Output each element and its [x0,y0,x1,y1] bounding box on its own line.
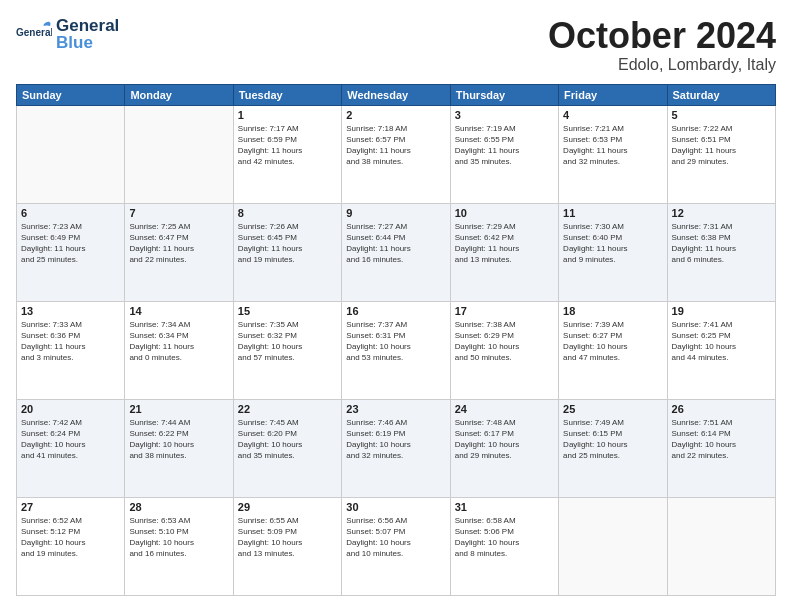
calendar-cell: 7Sunrise: 7:25 AM Sunset: 6:47 PM Daylig… [125,203,233,301]
calendar-cell: 10Sunrise: 7:29 AM Sunset: 6:42 PM Dayli… [450,203,558,301]
day-info: Sunrise: 7:23 AM Sunset: 6:49 PM Dayligh… [21,221,120,266]
calendar-cell: 12Sunrise: 7:31 AM Sunset: 6:38 PM Dayli… [667,203,775,301]
day-info: Sunrise: 7:27 AM Sunset: 6:44 PM Dayligh… [346,221,445,266]
day-info: Sunrise: 7:41 AM Sunset: 6:25 PM Dayligh… [672,319,771,364]
calendar-cell [559,497,667,595]
day-info: Sunrise: 7:49 AM Sunset: 6:15 PM Dayligh… [563,417,662,462]
calendar-cell: 6Sunrise: 7:23 AM Sunset: 6:49 PM Daylig… [17,203,125,301]
col-monday: Monday [125,84,233,105]
logo-line1: General [56,17,119,34]
logo-icon: General [16,16,52,52]
calendar-week-row: 1Sunrise: 7:17 AM Sunset: 6:59 PM Daylig… [17,105,776,203]
col-saturday: Saturday [667,84,775,105]
calendar-cell: 22Sunrise: 7:45 AM Sunset: 6:20 PM Dayli… [233,399,341,497]
day-number: 3 [455,109,554,121]
header: General General Blue October 2024 Edolo,… [16,16,776,74]
calendar-cell: 1Sunrise: 7:17 AM Sunset: 6:59 PM Daylig… [233,105,341,203]
day-number: 14 [129,305,228,317]
calendar: Sunday Monday Tuesday Wednesday Thursday… [16,84,776,596]
day-info: Sunrise: 7:35 AM Sunset: 6:32 PM Dayligh… [238,319,337,364]
day-info: Sunrise: 6:56 AM Sunset: 5:07 PM Dayligh… [346,515,445,560]
location-title: Edolo, Lombardy, Italy [548,56,776,74]
day-number: 21 [129,403,228,415]
day-info: Sunrise: 7:19 AM Sunset: 6:55 PM Dayligh… [455,123,554,168]
day-info: Sunrise: 7:38 AM Sunset: 6:29 PM Dayligh… [455,319,554,364]
day-number: 26 [672,403,771,415]
calendar-cell: 26Sunrise: 7:51 AM Sunset: 6:14 PM Dayli… [667,399,775,497]
day-info: Sunrise: 7:33 AM Sunset: 6:36 PM Dayligh… [21,319,120,364]
day-number: 15 [238,305,337,317]
day-info: Sunrise: 7:18 AM Sunset: 6:57 PM Dayligh… [346,123,445,168]
calendar-cell: 24Sunrise: 7:48 AM Sunset: 6:17 PM Dayli… [450,399,558,497]
calendar-cell: 9Sunrise: 7:27 AM Sunset: 6:44 PM Daylig… [342,203,450,301]
calendar-cell [125,105,233,203]
svg-text:General: General [16,27,52,38]
day-info: Sunrise: 7:37 AM Sunset: 6:31 PM Dayligh… [346,319,445,364]
calendar-cell: 13Sunrise: 7:33 AM Sunset: 6:36 PM Dayli… [17,301,125,399]
day-number: 22 [238,403,337,415]
calendar-cell: 18Sunrise: 7:39 AM Sunset: 6:27 PM Dayli… [559,301,667,399]
calendar-cell [17,105,125,203]
col-tuesday: Tuesday [233,84,341,105]
day-info: Sunrise: 7:30 AM Sunset: 6:40 PM Dayligh… [563,221,662,266]
day-number: 12 [672,207,771,219]
day-info: Sunrise: 7:34 AM Sunset: 6:34 PM Dayligh… [129,319,228,364]
calendar-cell [667,497,775,595]
calendar-cell: 15Sunrise: 7:35 AM Sunset: 6:32 PM Dayli… [233,301,341,399]
day-number: 11 [563,207,662,219]
calendar-cell: 30Sunrise: 6:56 AM Sunset: 5:07 PM Dayli… [342,497,450,595]
month-title: October 2024 [548,16,776,56]
calendar-cell: 2Sunrise: 7:18 AM Sunset: 6:57 PM Daylig… [342,105,450,203]
calendar-cell: 19Sunrise: 7:41 AM Sunset: 6:25 PM Dayli… [667,301,775,399]
calendar-cell: 4Sunrise: 7:21 AM Sunset: 6:53 PM Daylig… [559,105,667,203]
day-info: Sunrise: 7:51 AM Sunset: 6:14 PM Dayligh… [672,417,771,462]
calendar-cell: 28Sunrise: 6:53 AM Sunset: 5:10 PM Dayli… [125,497,233,595]
day-info: Sunrise: 7:17 AM Sunset: 6:59 PM Dayligh… [238,123,337,168]
calendar-cell: 25Sunrise: 7:49 AM Sunset: 6:15 PM Dayli… [559,399,667,497]
day-info: Sunrise: 7:48 AM Sunset: 6:17 PM Dayligh… [455,417,554,462]
calendar-cell: 11Sunrise: 7:30 AM Sunset: 6:40 PM Dayli… [559,203,667,301]
calendar-header-row: Sunday Monday Tuesday Wednesday Thursday… [17,84,776,105]
day-number: 31 [455,501,554,513]
logo: General General Blue [16,16,119,52]
page: General General Blue October 2024 Edolo,… [0,0,792,612]
calendar-cell: 29Sunrise: 6:55 AM Sunset: 5:09 PM Dayli… [233,497,341,595]
title-block: October 2024 Edolo, Lombardy, Italy [548,16,776,74]
day-info: Sunrise: 6:52 AM Sunset: 5:12 PM Dayligh… [21,515,120,560]
calendar-cell: 31Sunrise: 6:58 AM Sunset: 5:06 PM Dayli… [450,497,558,595]
day-info: Sunrise: 7:46 AM Sunset: 6:19 PM Dayligh… [346,417,445,462]
calendar-cell: 27Sunrise: 6:52 AM Sunset: 5:12 PM Dayli… [17,497,125,595]
day-number: 2 [346,109,445,121]
day-info: Sunrise: 7:42 AM Sunset: 6:24 PM Dayligh… [21,417,120,462]
col-thursday: Thursday [450,84,558,105]
calendar-cell: 8Sunrise: 7:26 AM Sunset: 6:45 PM Daylig… [233,203,341,301]
day-info: Sunrise: 7:22 AM Sunset: 6:51 PM Dayligh… [672,123,771,168]
day-number: 5 [672,109,771,121]
day-info: Sunrise: 7:45 AM Sunset: 6:20 PM Dayligh… [238,417,337,462]
calendar-cell: 3Sunrise: 7:19 AM Sunset: 6:55 PM Daylig… [450,105,558,203]
day-number: 7 [129,207,228,219]
day-info: Sunrise: 6:53 AM Sunset: 5:10 PM Dayligh… [129,515,228,560]
day-info: Sunrise: 7:31 AM Sunset: 6:38 PM Dayligh… [672,221,771,266]
day-number: 18 [563,305,662,317]
calendar-week-row: 20Sunrise: 7:42 AM Sunset: 6:24 PM Dayli… [17,399,776,497]
day-number: 23 [346,403,445,415]
day-number: 24 [455,403,554,415]
day-number: 19 [672,305,771,317]
col-sunday: Sunday [17,84,125,105]
calendar-cell: 21Sunrise: 7:44 AM Sunset: 6:22 PM Dayli… [125,399,233,497]
calendar-week-row: 6Sunrise: 7:23 AM Sunset: 6:49 PM Daylig… [17,203,776,301]
day-number: 8 [238,207,337,219]
day-number: 9 [346,207,445,219]
day-info: Sunrise: 7:25 AM Sunset: 6:47 PM Dayligh… [129,221,228,266]
col-wednesday: Wednesday [342,84,450,105]
calendar-cell: 14Sunrise: 7:34 AM Sunset: 6:34 PM Dayli… [125,301,233,399]
day-number: 1 [238,109,337,121]
calendar-cell: 16Sunrise: 7:37 AM Sunset: 6:31 PM Dayli… [342,301,450,399]
day-number: 6 [21,207,120,219]
day-number: 25 [563,403,662,415]
calendar-week-row: 13Sunrise: 7:33 AM Sunset: 6:36 PM Dayli… [17,301,776,399]
calendar-cell: 20Sunrise: 7:42 AM Sunset: 6:24 PM Dayli… [17,399,125,497]
col-friday: Friday [559,84,667,105]
day-number: 17 [455,305,554,317]
